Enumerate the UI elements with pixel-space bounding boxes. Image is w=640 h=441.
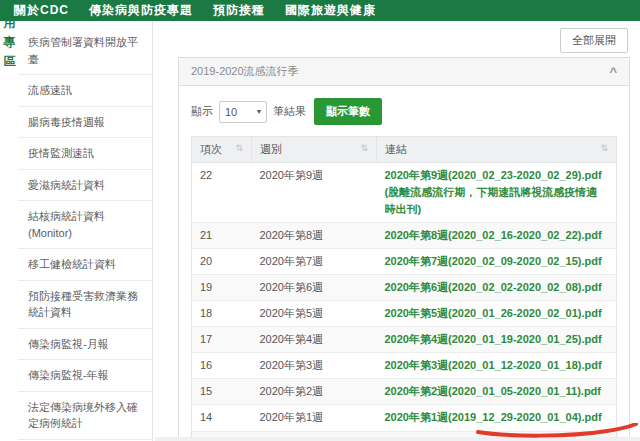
cell-index: 19: [192, 275, 252, 301]
page-length-select[interactable]: 10 ▾: [219, 101, 267, 123]
nav-item[interactable]: 國際旅遊與健康: [285, 2, 376, 19]
pdf-link[interactable]: 2020年第4週(2020_01_19-2020_01_25).pdf: [385, 333, 602, 345]
accordion-body: 顯示 10 ▾ 筆結果 顯示筆數 項次⇅週別⇅連結⇅ 222020年第9週202…: [179, 86, 629, 441]
sort-icon[interactable]: ⇅: [600, 143, 608, 153]
select-caret-icon: ▾: [257, 107, 261, 116]
sidebar-item[interactable]: 流感速訊: [18, 75, 152, 107]
cell-week: 2020年第4週: [252, 327, 377, 353]
cell-week: 2020年第6週: [252, 275, 377, 301]
table-row: 162020年第3週2020年第3週(2020_01_12-2020_01_18…: [192, 353, 617, 379]
pdf-link[interactable]: 2020年第9週(2020_02_23-2020_02_29).pdf (脫離流…: [385, 169, 602, 215]
cell-index: 14: [192, 405, 252, 431]
cell-link: 2020年第2週(2020_01_05-2020_01_11).pdf: [377, 379, 617, 405]
length-prefix-label: 顯示: [191, 104, 213, 119]
sidebar: 疾病管制署資料開放平臺流感速訊腸病毒疫情週報疫情監測速訊愛滋病統計資料結核病統計…: [18, 21, 153, 441]
nav-item[interactable]: 傳染病與防疫專題: [89, 2, 193, 19]
sidebar-item[interactable]: 腸病毒疫情週報: [18, 107, 152, 139]
sort-icon[interactable]: ⇅: [360, 143, 368, 153]
cell-index: 18: [192, 301, 252, 327]
chevron-up-icon[interactable]: ^: [609, 67, 617, 77]
page-length-value: 10: [225, 106, 237, 118]
cell-week: 2020年第3週: [252, 353, 377, 379]
sidebar-item[interactable]: 傳染病監視-月報: [18, 329, 152, 361]
cell-index: 22: [192, 163, 252, 223]
table-header-row: 項次⇅週別⇅連結⇅: [192, 137, 617, 163]
cell-link: 2020年第4週(2020_01_19-2020_01_25).pdf: [377, 327, 617, 353]
cell-link: 2020年第8週(2020_02_16-2020_02_22).pdf: [377, 223, 617, 249]
page-bottom-divider: [155, 437, 640, 441]
cell-index: 17: [192, 327, 252, 353]
side-tab[interactable]: 用專區: [2, 14, 17, 71]
cell-index: 20: [192, 249, 252, 275]
cell-link: 2020年第1週(2019_12_29-2020_01_04).pdf: [377, 405, 617, 431]
table-row: 172020年第4週2020年第4週(2020_01_19-2020_01_25…: [192, 327, 617, 353]
column-header[interactable]: 連結⇅: [377, 137, 617, 163]
accordion-header[interactable]: 2019-2020流感流行季 ^: [179, 58, 629, 86]
accordion-title: 2019-2020流感流行季: [191, 64, 299, 79]
cell-link: 2020年第5週(2020_01_26-2020_02_01).pdf: [377, 301, 617, 327]
pdf-link[interactable]: 2020年第6週(2020_02_02-2020_02_08).pdf: [385, 281, 602, 293]
column-label: 連結: [385, 143, 407, 155]
side-tab-char: 專: [2, 33, 17, 52]
pdf-link[interactable]: 2020年第3週(2020_01_12-2020_01_18).pdf: [385, 359, 602, 371]
side-tab-char: 區: [2, 52, 17, 71]
sidebar-item[interactable]: 結核病統計資料(Monitor): [18, 201, 152, 249]
table-row: 142020年第1週2020年第1週(2019_12_29-2020_01_04…: [192, 405, 617, 431]
show-count-button[interactable]: 顯示筆數: [314, 98, 382, 125]
pdf-link[interactable]: 2020年第2週(2020_01_05-2020_01_11).pdf: [385, 385, 601, 397]
sidebar-item[interactable]: 預防接種受害救濟業務統計資料: [18, 281, 152, 329]
sidebar-item[interactable]: 疾病管制署資料開放平臺: [18, 27, 152, 75]
cell-week: 2020年第8週: [252, 223, 377, 249]
table-row: 222020年第9週2020年第9週(2020_02_23-2020_02_29…: [192, 163, 617, 223]
cell-week: 2020年第7週: [252, 249, 377, 275]
sidebar-item[interactable]: 移工健檢統計資料: [18, 249, 152, 281]
cell-link: 2020年第7週(2020_02_09-2020_02_15).pdf: [377, 249, 617, 275]
sidebar-item[interactable]: 法定傳染病境外移入確定病例統計: [18, 392, 152, 440]
reports-table: 項次⇅週別⇅連結⇅ 222020年第9週2020年第9週(2020_02_23-…: [191, 136, 617, 441]
top-nav: 關於CDC傳染病與防疫專題預防接種國際旅遊與健康: [0, 0, 640, 21]
table-body: 222020年第9週2020年第9週(2020_02_23-2020_02_29…: [192, 163, 617, 441]
nav-item[interactable]: 關於CDC: [14, 2, 69, 19]
sidebar-item[interactable]: 傳染病監視-年報: [18, 360, 152, 392]
pdf-link[interactable]: 2020年第5週(2020_01_26-2020_02_01).pdf: [385, 307, 602, 319]
sidebar-item[interactable]: 愛滋病統計資料: [18, 170, 152, 202]
cell-week: 2020年第2週: [252, 379, 377, 405]
cell-week: 2020年第1週: [252, 405, 377, 431]
cell-index: 21: [192, 223, 252, 249]
cell-link: 2020年第9週(2020_02_23-2020_02_29).pdf (脫離流…: [377, 163, 617, 223]
column-header[interactable]: 週別⇅: [252, 137, 377, 163]
nav-item[interactable]: 預防接種: [213, 2, 265, 19]
table-row: 182020年第5週2020年第5週(2020_01_26-2020_02_01…: [192, 301, 617, 327]
cell-week: 2020年第5週: [252, 301, 377, 327]
cell-link: 2020年第3週(2020_01_12-2020_01_18).pdf: [377, 353, 617, 379]
length-controls: 顯示 10 ▾ 筆結果 顯示筆數: [191, 98, 617, 125]
column-label: 週別: [260, 143, 282, 155]
length-suffix-label: 筆結果: [273, 104, 306, 119]
column-label: 項次: [200, 143, 222, 155]
cell-link: 2020年第6週(2020_02_02-2020_02_08).pdf: [377, 275, 617, 301]
table-row: 152020年第2週2020年第2週(2020_01_05-2020_01_11…: [192, 379, 617, 405]
table-row: 202020年第7週2020年第7週(2020_02_09-2020_02_15…: [192, 249, 617, 275]
cell-index: 15: [192, 379, 252, 405]
table-row: 192020年第6週2020年第6週(2020_02_02-2020_02_08…: [192, 275, 617, 301]
accordion-panel: 2019-2020流感流行季 ^ 顯示 10 ▾ 筆結果 顯示筆數 項次⇅週別⇅…: [178, 57, 630, 441]
expand-all-button[interactable]: 全部展開: [560, 28, 628, 53]
pdf-link[interactable]: 2020年第1週(2019_12_29-2020_01_04).pdf: [385, 411, 602, 423]
sidebar-item[interactable]: 疫情監測速訊: [18, 138, 152, 170]
sort-icon[interactable]: ⇅: [235, 143, 243, 153]
cell-week: 2020年第9週: [252, 163, 377, 223]
column-header[interactable]: 項次⇅: [192, 137, 252, 163]
table-row: 212020年第8週2020年第8週(2020_02_16-2020_02_22…: [192, 223, 617, 249]
pdf-link[interactable]: 2020年第7週(2020_02_09-2020_02_15).pdf: [385, 255, 602, 267]
pdf-link[interactable]: 2020年第8週(2020_02_16-2020_02_22).pdf: [385, 229, 602, 241]
cell-index: 16: [192, 353, 252, 379]
